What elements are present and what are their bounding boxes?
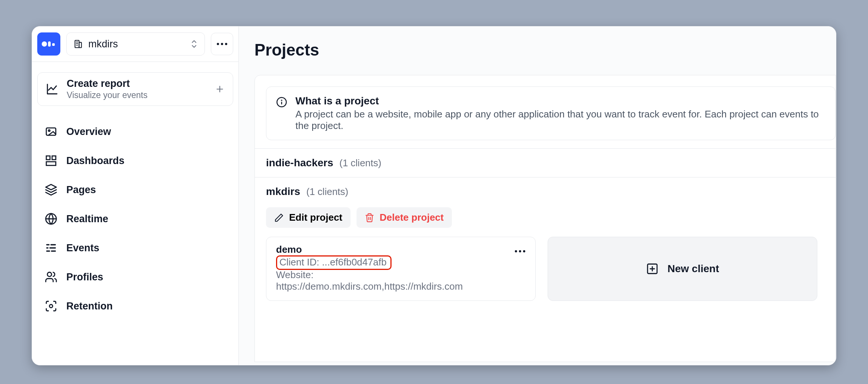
info-title: What is a project: [295, 95, 826, 107]
app-logo[interactable]: [37, 32, 60, 56]
image-icon: [45, 125, 57, 138]
scan-icon: [45, 300, 57, 312]
nav-item-pages[interactable]: Pages: [37, 177, 233, 203]
svg-point-27: [50, 305, 53, 308]
new-client-button[interactable]: New client: [548, 237, 817, 301]
more-horizontal-icon: [514, 250, 526, 253]
layers-icon: [45, 183, 57, 196]
client-card[interactable]: demo Client ID: ...ef6fb0d47afb Website:…: [266, 237, 536, 301]
sidebar-top: mkdirs: [32, 26, 238, 62]
content-card: What is a project A project can be a web…: [254, 75, 836, 362]
project-name: indie-hackers: [266, 157, 333, 169]
more-horizontal-icon: [216, 43, 228, 45]
nav-label: Dashboards: [66, 155, 124, 167]
nav: Overview Dashboards Pages: [32, 115, 238, 319]
info-box: What is a project A project can be a web…: [266, 86, 836, 140]
svg-point-10: [225, 43, 227, 45]
project-actions: Edit project Delete project: [266, 207, 836, 228]
svg-rect-17: [46, 162, 56, 166]
nav-item-retention[interactable]: Retention: [37, 293, 233, 319]
nav-item-overview[interactable]: Overview: [37, 119, 233, 145]
more-menu-button[interactable]: [211, 33, 233, 55]
client-menu-button[interactable]: [514, 250, 526, 253]
svg-rect-4: [79, 43, 82, 48]
nav-label: Realtime: [66, 213, 108, 225]
svg-rect-15: [46, 156, 50, 160]
info-icon: [276, 97, 287, 108]
app-window: mkdirs Create report: [32, 26, 836, 365]
nav-label: Overview: [66, 126, 111, 138]
client-website: https://demo.mkdirs.com,https://mkdirs.c…: [276, 281, 526, 292]
project-row[interactable]: indie-hackers (1 clients): [255, 148, 836, 177]
users-icon: [45, 271, 57, 283]
main-content: Projects What is a project A project can…: [239, 26, 836, 365]
create-report-button[interactable]: Create report Visualize your events: [37, 72, 233, 106]
nav-label: Retention: [66, 300, 113, 312]
globe-icon: [45, 213, 57, 225]
client-website-label: Website:: [276, 269, 526, 281]
nav-item-profiles[interactable]: Profiles: [37, 264, 233, 290]
page-title: Projects: [254, 41, 836, 59]
svg-point-9: [221, 43, 223, 45]
nav-label: Pages: [66, 184, 96, 196]
svg-point-8: [217, 43, 219, 45]
project-clients-count: (1 clients): [339, 157, 381, 169]
org-name: mkdirs: [88, 38, 118, 50]
client-name: demo: [276, 244, 526, 255]
org-switcher[interactable]: mkdirs: [66, 32, 205, 56]
layout-icon: [45, 154, 57, 167]
nav-item-events[interactable]: Events: [37, 235, 233, 261]
svg-point-31: [515, 250, 517, 252]
project-name: mkdirs: [266, 186, 300, 197]
delete-project-button[interactable]: Delete project: [357, 207, 452, 228]
svg-rect-2: [52, 43, 55, 46]
svg-marker-18: [46, 185, 56, 190]
svg-point-32: [519, 250, 521, 252]
clients-row: demo Client ID: ...ef6fb0d47afb Website:…: [266, 237, 836, 301]
pencil-icon: [274, 213, 284, 223]
edit-project-button[interactable]: Edit project: [266, 207, 351, 228]
chevron-up-down-icon: [190, 39, 198, 49]
svg-point-33: [523, 250, 525, 252]
svg-point-30: [281, 100, 282, 100]
create-report-subtitle: Visualize your events: [67, 90, 148, 100]
nav-item-realtime[interactable]: Realtime: [37, 206, 233, 232]
svg-rect-1: [48, 41, 51, 47]
nav-item-dashboards[interactable]: Dashboards: [37, 148, 233, 174]
plus-square-icon: [646, 262, 659, 275]
nav-label: Profiles: [66, 271, 103, 283]
svg-rect-13: [46, 128, 56, 135]
logs-icon: [45, 242, 57, 254]
plus-icon: [215, 84, 225, 94]
svg-rect-16: [52, 156, 56, 160]
project-clients-count: (1 clients): [306, 186, 348, 197]
svg-point-14: [48, 130, 50, 131]
svg-point-0: [42, 41, 47, 47]
new-client-label: New client: [668, 263, 719, 275]
sidebar: mkdirs Create report: [32, 26, 239, 365]
edit-label: Edit project: [289, 212, 342, 223]
building-icon: [73, 39, 83, 49]
create-report-title: Create report: [67, 78, 148, 89]
info-description: A project can be a website, mobile app o…: [295, 108, 826, 132]
logo-icon: [41, 39, 56, 49]
nav-label: Events: [66, 242, 99, 254]
delete-label: Delete project: [380, 212, 444, 223]
project-row: mkdirs (1 clients) Edit project: [255, 177, 836, 309]
line-chart-icon: [46, 83, 58, 95]
trash-icon: [365, 213, 374, 223]
client-id: Client ID: ...ef6fb0d47afb: [279, 256, 387, 268]
svg-point-26: [47, 272, 51, 276]
client-id-highlight: Client ID: ...ef6fb0d47afb: [276, 255, 392, 270]
